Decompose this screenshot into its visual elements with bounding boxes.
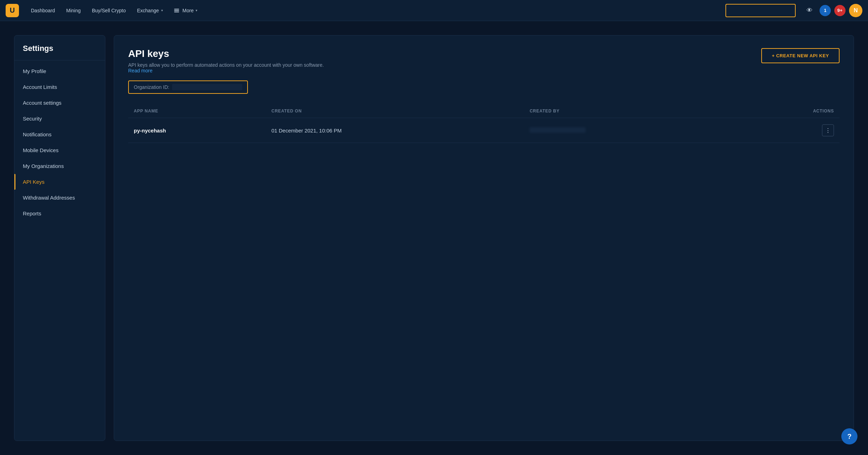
avatar-letter: N xyxy=(854,7,858,14)
org-id-label: Organization ID: xyxy=(134,84,169,90)
col-actions: ACTIONS xyxy=(738,104,840,118)
sidebar-item-security[interactable]: Security xyxy=(14,111,105,126)
nav-exchange-label: Exchange xyxy=(137,8,159,13)
alert-count: 9+ xyxy=(837,8,843,13)
nav-dashboard[interactable]: Dashboard xyxy=(26,5,60,16)
sidebar-item-my-organizations[interactable]: My Organizations xyxy=(14,158,105,174)
sidebar-item-api-keys[interactable]: API Keys xyxy=(14,174,105,190)
sidebar-label-mobile-devices: Mobile Devices xyxy=(23,147,59,153)
sidebar-label-notifications: Notifications xyxy=(23,131,52,137)
watch-icon-button[interactable]: 👁 xyxy=(803,4,816,17)
sidebar-label-account-settings: Account settings xyxy=(23,100,61,106)
nav-mining[interactable]: Mining xyxy=(61,5,86,16)
col-created-on: CREATED ON xyxy=(266,104,524,118)
sidebar-item-my-profile[interactable]: My Profile xyxy=(14,63,105,79)
api-keys-table: APP NAME CREATED ON CREATED BY ACTIONS p… xyxy=(128,104,840,143)
sidebar-label-reports: Reports xyxy=(23,210,41,216)
sidebar-item-withdrawal-addresses[interactable]: Withdrawal Addresses xyxy=(14,190,105,206)
sidebar-label-account-limits: Account Limits xyxy=(23,84,57,90)
main-layout: Settings My Profile Account Limits Accou… xyxy=(0,21,868,455)
sidebar-label-my-profile: My Profile xyxy=(23,68,46,74)
eye-icon: 👁 xyxy=(807,7,813,14)
nav-more-chevron: ▾ xyxy=(196,8,197,12)
sidebar-item-mobile-devices[interactable]: Mobile Devices xyxy=(14,142,105,158)
nav-mining-label: Mining xyxy=(66,8,81,13)
sidebar-item-account-limits[interactable]: Account Limits xyxy=(14,79,105,95)
content-description: API keys allow you to perform automated … xyxy=(128,62,325,73)
sidebar-label-my-organizations: My Organizations xyxy=(23,163,64,169)
sidebar-item-reports[interactable]: Reports xyxy=(14,206,105,221)
notification-count: 1 xyxy=(824,8,826,13)
three-dots-icon: ⋮ xyxy=(825,127,831,134)
cell-created-on: 01 December 2021, 10:06 PM xyxy=(266,118,524,143)
created-by-blur xyxy=(530,127,586,133)
table-row: py-nycehash 01 December 2021, 10:06 PM ⋮ xyxy=(128,118,840,143)
cell-actions: ⋮ xyxy=(738,118,840,143)
sidebar-item-account-settings[interactable]: Account settings xyxy=(14,95,105,111)
logo[interactable]: U xyxy=(6,4,19,17)
sidebar-item-notifications[interactable]: Notifications xyxy=(14,126,105,142)
nav-dashboard-label: Dashboard xyxy=(31,8,55,13)
row-actions-button[interactable]: ⋮ xyxy=(822,124,834,136)
search-input[interactable] xyxy=(725,4,796,17)
nav-exchange[interactable]: Exchange ▾ xyxy=(132,5,167,16)
page-title: API keys xyxy=(128,48,325,59)
navbar: U Dashboard Mining Buy/Sell Crypto Excha… xyxy=(0,0,868,21)
notification-badge[interactable]: 1 xyxy=(820,5,831,16)
nav-buysell-label: Buy/Sell Crypto xyxy=(92,8,126,13)
sidebar-title: Settings xyxy=(14,44,105,60)
cell-created-by xyxy=(524,118,737,143)
sidebar-divider xyxy=(14,60,105,60)
nav-more[interactable]: More ▾ xyxy=(169,5,203,16)
sidebar-label-withdrawal-addresses: Withdrawal Addresses xyxy=(23,195,75,201)
nav-more-label: More xyxy=(183,8,194,13)
sidebar-label-api-keys: API Keys xyxy=(23,179,45,185)
table-header-row: APP NAME CREATED ON CREATED BY ACTIONS xyxy=(128,104,840,118)
description-text: API keys allow you to perform automated … xyxy=(128,62,324,68)
avatar-button[interactable]: N xyxy=(849,4,862,17)
navbar-right: 👁 1 9+ N xyxy=(803,4,862,17)
read-more-link[interactable]: Read more xyxy=(128,68,152,73)
content-header: API keys API keys allow you to perform a… xyxy=(128,48,840,73)
nav-links: Dashboard Mining Buy/Sell Crypto Exchang… xyxy=(26,5,723,16)
col-created-by: CREATED BY xyxy=(524,104,737,118)
help-button[interactable]: ? xyxy=(841,428,857,444)
org-id-value xyxy=(172,84,242,90)
logo-text: U xyxy=(10,6,15,14)
sidebar-label-security: Security xyxy=(23,116,42,122)
cell-app-name: py-nycehash xyxy=(128,118,266,143)
col-app-name: APP NAME xyxy=(128,104,266,118)
content-left: API keys API keys allow you to perform a… xyxy=(128,48,325,73)
nav-buysell[interactable]: Buy/Sell Crypto xyxy=(87,5,131,16)
alert-badge[interactable]: 9+ xyxy=(834,5,846,16)
table-header: APP NAME CREATED ON CREATED BY ACTIONS xyxy=(128,104,840,118)
nav-exchange-chevron: ▾ xyxy=(161,8,163,12)
org-id-box: Organization ID: xyxy=(128,80,248,94)
sidebar: Settings My Profile Account Limits Accou… xyxy=(14,35,105,441)
create-api-key-button[interactable]: + CREATE NEW API KEY xyxy=(761,48,840,63)
menu-lines-icon xyxy=(174,9,179,12)
table-body: py-nycehash 01 December 2021, 10:06 PM ⋮ xyxy=(128,118,840,143)
content-panel: API keys API keys allow you to perform a… xyxy=(114,35,854,441)
